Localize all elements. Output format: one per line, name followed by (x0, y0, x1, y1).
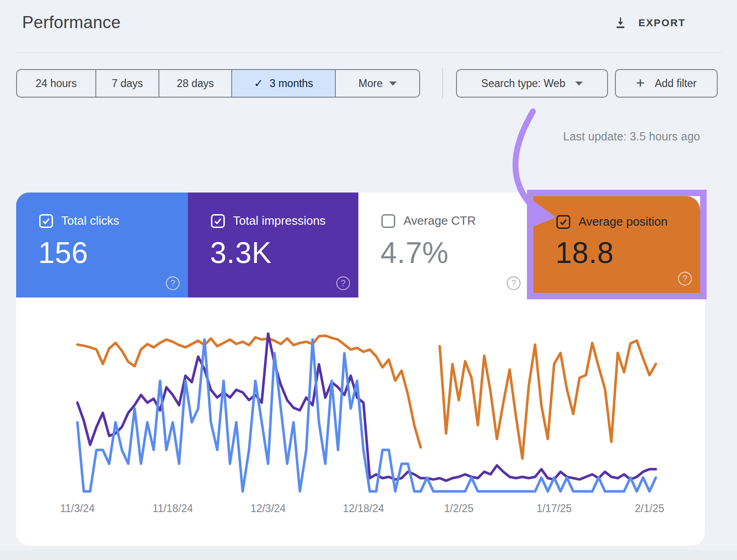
metric-card-label: Average position (579, 215, 667, 229)
chevron-down-icon (575, 82, 583, 86)
checkbox-checked-icon[interactable] (211, 214, 225, 228)
x-axis-tick-label: 11/18/24 (152, 502, 193, 514)
page-title: Performance (22, 13, 121, 32)
checkbox-unchecked-icon[interactable] (381, 214, 395, 228)
x-axis-tick-label: 2/1/25 (635, 502, 664, 514)
export-button[interactable]: EXPORT (614, 11, 685, 35)
metric-card-value: 3.3K (210, 236, 272, 270)
last-update-text: Last update: 3.5 hours ago (530, 130, 700, 143)
chevron-down-icon (389, 82, 397, 86)
header-divider (16, 52, 722, 53)
search-type-label: Search type: Web (481, 77, 565, 90)
date-filter-label: 3 months (269, 77, 313, 90)
help-icon[interactable]: ? (336, 276, 350, 290)
metric-card-header: Total impressions (211, 214, 326, 228)
metric-card-total-clicks[interactable]: Total clicks156? (16, 192, 188, 298)
help-icon[interactable]: ? (678, 272, 692, 286)
date-filter-label: More (358, 77, 382, 90)
line-series-total-impressions (77, 333, 656, 481)
x-axis-tick-label: 12/3/24 (251, 502, 286, 514)
date-filter-3-months[interactable]: ✓3 months (231, 70, 335, 97)
date-filter-28-days[interactable]: 28 days (158, 70, 231, 97)
metric-card-value: 156 (38, 236, 88, 270)
check-icon: ✓ (254, 77, 263, 90)
export-label: EXPORT (638, 17, 685, 29)
checkbox-checked-icon[interactable] (39, 214, 53, 228)
date-range-filter: 24 hours7 days28 days✓3 monthsMore (16, 69, 420, 98)
bottom-strip (0, 550, 737, 560)
add-filter-button[interactable]: + Add filter (615, 69, 718, 98)
help-icon[interactable]: ? (507, 276, 521, 290)
help-icon[interactable]: ? (166, 276, 180, 290)
annotation-highlight-box: Average position18.8? (527, 190, 707, 299)
download-icon (614, 16, 627, 31)
x-axis-tick-label: 1/17/25 (537, 502, 572, 514)
x-axis-tick-label: 12/18/24 (343, 502, 384, 514)
metric-card-value: 18.8 (556, 236, 614, 270)
x-axis-tick-label: 1/2/25 (444, 502, 474, 514)
search-type-dropdown[interactable]: Search type: Web (456, 69, 608, 98)
line-series-average-position (77, 336, 421, 448)
x-axis-tick-label: 11/3/24 (60, 502, 94, 514)
metric-card-total-impressions[interactable]: Total impressions3.3K? (188, 192, 358, 298)
date-filter-label: 28 days (177, 77, 214, 90)
metric-card-average-position[interactable]: Average position18.8? (533, 196, 700, 293)
performance-chart[interactable]: 11/3/2411/18/2412/3/2412/18/241/2/251/17… (16, 298, 705, 546)
line-series-total-clicks (77, 339, 656, 491)
metric-card-header: Average CTR (381, 214, 476, 228)
line-series-average-position (440, 341, 656, 459)
date-filter-label: 7 days (112, 77, 143, 90)
date-filter-24-hours[interactable]: 24 hours (17, 70, 95, 97)
performance-page: Performance EXPORT 24 hours7 days28 days… (0, 0, 737, 560)
metric-card-label: Average CTR (404, 214, 476, 228)
checkbox-checked-icon[interactable] (556, 215, 570, 229)
metric-card-header: Total clicks (39, 214, 119, 228)
date-filter-more[interactable]: More (335, 70, 419, 97)
metric-card-value: 4.7% (380, 236, 449, 270)
metric-card-average-ctr[interactable]: Average CTR4.7%? (358, 192, 529, 298)
metric-card-label: Total impressions (233, 214, 326, 228)
metric-card-header: Average position (556, 215, 667, 229)
add-filter-label: Add filter (655, 77, 696, 90)
date-filter-label: 24 hours (35, 77, 77, 90)
plus-icon: + (636, 76, 645, 90)
toolbar-divider (442, 68, 443, 99)
date-filter-7-days[interactable]: 7 days (95, 70, 158, 97)
metric-card-label: Total clicks (61, 214, 119, 228)
